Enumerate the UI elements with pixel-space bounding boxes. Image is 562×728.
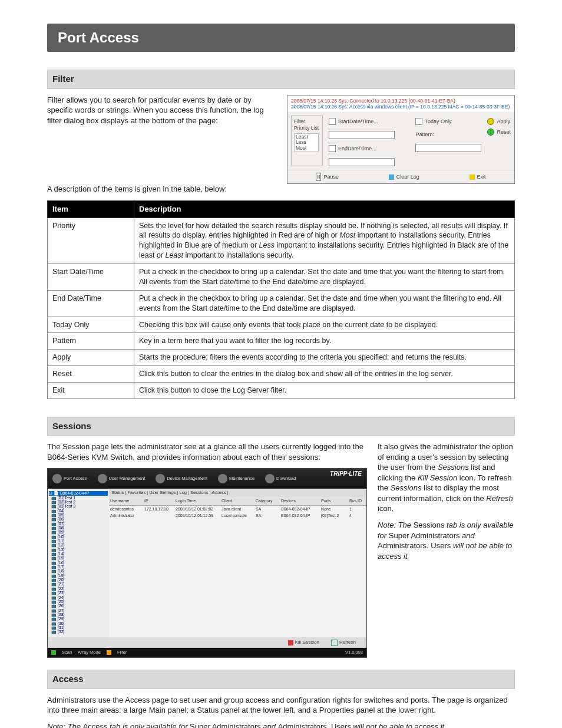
end-date-label: EndDate/Time... xyxy=(338,145,376,152)
kill-session-button[interactable]: Kill Session xyxy=(288,640,319,646)
nav-icon xyxy=(156,474,165,483)
table-row: PatternKey in a term here that you want … xyxy=(48,333,515,350)
start-date-input[interactable] xyxy=(329,131,395,139)
refresh-icon xyxy=(331,640,338,646)
pause-button[interactable]: IIPause xyxy=(316,173,339,181)
nav-icon xyxy=(218,474,227,483)
sessions-left-para: The Session page lets the administrator … xyxy=(47,442,366,462)
main-tabs: Status | Favorites | User Settings | Log… xyxy=(109,489,366,497)
sessions-table-header: Username IP Login Time Client Category D… xyxy=(109,497,366,505)
filter-dialog-screenshot: 2008/07/15 14:10:26 Sys: Connected to 10… xyxy=(287,95,515,185)
sessions-heading: Sessions xyxy=(47,417,515,436)
filter-items-table: Item Description Priority Sets the level… xyxy=(47,200,515,399)
today-only-label: Today Only xyxy=(425,118,451,125)
today-only-checkbox[interactable] xyxy=(415,118,422,125)
sessions-note: Note: The Sessions tab is only available… xyxy=(378,520,515,561)
table-row: ExitClick this button to close the Log S… xyxy=(48,383,515,399)
tripplite-logo: TRIPP·LITE xyxy=(330,470,362,478)
pattern-input[interactable] xyxy=(415,144,481,152)
refresh-button[interactable]: Refresh xyxy=(331,640,356,646)
table-intro: A description of the items is given in t… xyxy=(47,184,515,195)
table-row: Today OnlyChecking this box will cause o… xyxy=(48,317,515,333)
access-note: Note: The Access tab is only available f… xyxy=(47,722,515,728)
start-date-checkbox[interactable] xyxy=(329,118,336,125)
table-row: ResetClick this button to clear the entr… xyxy=(48,366,515,383)
exit-button[interactable]: Exit xyxy=(470,173,486,181)
sessions-screenshot: TRIPP·LITE Port Access User Management D… xyxy=(47,468,367,658)
kill-icon xyxy=(288,640,293,645)
access-heading: Access xyxy=(47,670,515,689)
sessions-right-para1: It also gives the administrator the opti… xyxy=(378,442,515,514)
sessions-table-row: Administrator 2008/10/12 01:12:58 Local … xyxy=(109,512,366,519)
start-date-label: StartDate/Time... xyxy=(338,118,378,125)
port-tree: ⊟ 📄 B064-032-04-IP 📺 [01]Test 1 📺 [02]Te… xyxy=(48,489,109,643)
page-title-banner: Port Access xyxy=(47,24,515,52)
log-line-2: 2008/07/15 14:10:26 Sys: Access via wind… xyxy=(287,104,514,112)
version-label: V1.0.093 xyxy=(345,650,363,655)
table-header-description: Description xyxy=(134,200,515,218)
access-para: Administrators use the Access page to se… xyxy=(47,695,515,716)
end-date-input[interactable] xyxy=(329,158,395,166)
priority-list-panel: FilterPriority List Least Less Most xyxy=(291,116,323,166)
clear-log-button[interactable]: Clear Log xyxy=(389,173,419,181)
log-line-1: 2008/07/15 14:10:26 Sys: Connected to 10… xyxy=(287,95,514,104)
end-date-checkbox[interactable] xyxy=(329,145,336,152)
pattern-label: Pattern: xyxy=(415,131,434,138)
table-header-item: Item xyxy=(48,200,134,218)
scan-icon xyxy=(51,650,56,655)
table-row: Start Date/TimePut a check in the checkb… xyxy=(48,264,515,291)
apply-button[interactable]: Apply xyxy=(487,118,511,125)
filter-heading: Filter xyxy=(47,70,515,88)
table-row: End Date/TimePut a check in the checkbox… xyxy=(48,290,515,317)
nav-icon xyxy=(265,474,275,483)
nav-icon xyxy=(98,474,107,483)
filter-intro: Filter allows you to search for particul… xyxy=(47,95,275,126)
nav-icon xyxy=(52,474,62,483)
filter-icon xyxy=(107,650,111,655)
reset-button[interactable]: Reset xyxy=(487,129,511,136)
sessions-table-row: dendosantos 172.18.12.18 2008/10/12 01:0… xyxy=(109,506,366,512)
table-row: ApplyStarts the procedure; filters the e… xyxy=(48,350,515,366)
table-row: Priority Sets the level for how detailed… xyxy=(48,218,515,264)
top-nav: Port Access User Management Device Manag… xyxy=(48,469,366,489)
